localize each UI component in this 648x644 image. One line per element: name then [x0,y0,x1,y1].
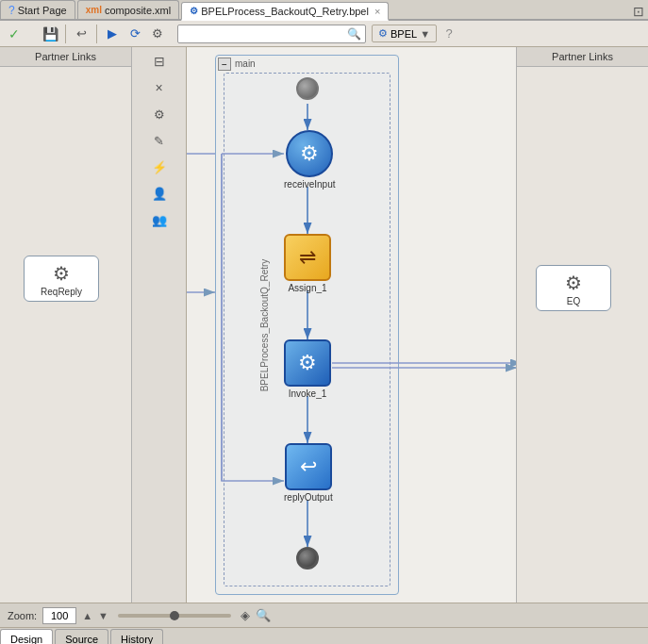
flow-canvas: BPELProcess_BackoutQ_Retry − main [187,47,516,603]
check-btn[interactable]: ✓ [4,24,25,44]
zoom-input[interactable] [42,607,76,624]
reply-output-icon: ↩ [285,443,332,490]
xml-icon: xml [86,5,102,15]
help-btn[interactable]: ? [439,24,459,44]
partner-links-left-label: Partner Links [0,47,131,67]
left-toolbar: ⊟ × ⚙ ✎ ⚡ 👤 👥 [132,47,187,603]
invoke-1-node[interactable]: ⚙ Invoke_1 [284,339,331,399]
receive-input-node[interactable]: ⚙ receiveInput [284,130,335,190]
collapse-process-btn[interactable]: − [218,58,231,71]
undo-btn[interactable]: ↩ [71,24,91,44]
receive-input-icon: ⚙ [286,130,333,177]
reply-output-node[interactable]: ↩ replyOutput [284,443,333,503]
start-node [296,77,319,100]
receive-input-label: receiveInput [284,179,335,190]
partner-box-eq[interactable]: ⚙ EQ [536,265,611,311]
settings-btn[interactable]: ⚙ [147,24,168,44]
invoke-1-icon: ⚙ [284,339,331,387]
zoom-up-icon[interactable]: ▲ [82,610,92,621]
reply-output-label: replyOutput [284,492,333,503]
tool-2[interactable]: ✎ [148,129,171,152]
zoom-thumb[interactable] [170,611,179,620]
assign-1-node[interactable]: ⇌ Assign_1 [284,234,331,293]
tab-composite-xml[interactable]: xml composite.xml [77,0,180,19]
partner-links-left: Partner Links ⚙ ReqReply [0,47,132,603]
run-btn[interactable]: ▶ [102,24,123,44]
zoom-slider[interactable] [118,614,231,618]
search-input[interactable] [182,28,347,40]
help-icon: ? [8,4,15,17]
close-tab-icon[interactable]: × [374,6,380,17]
bottom-tab-bar: Design Source History [0,627,648,644]
assign-1-label: Assign_1 [288,283,326,293]
reqreply-icon: ⚙ [53,262,70,285]
main-toolbar: ✓ 💾 ↩ ▶ ⟳ ⚙ 🔍 ⚙ BPEL ▼ ? [0,21,648,47]
eq-label: EQ [567,296,580,306]
search-icon: 🔍 [347,27,361,41]
tab-design[interactable]: Design [0,629,53,644]
tool-1[interactable]: ⚙ [148,103,171,125]
bpel-icon: ⚙ [378,27,388,40]
chevron-down-icon: ▼ [420,28,430,40]
assign-1-icon: ⇌ [284,234,331,281]
restore-icon[interactable]: ⊡ [633,4,644,19]
save-btn[interactable]: 💾 [40,24,60,44]
eq-icon: ⚙ [565,272,582,294]
zoom-down-icon[interactable]: ▼ [98,610,108,621]
main-area: Partner Links ⚙ ReqReply ⊟ × ⚙ ✎ ⚡ 👤 👥 B… [0,47,648,603]
tool-3[interactable]: ⚡ [148,156,171,178]
zoom-zoom-icon[interactable]: 🔍 [256,608,271,622]
sep-2 [96,25,97,43]
bpel-icon: ⚙ [190,6,198,16]
sep-1 [65,25,66,43]
end-circle [296,547,319,570]
tool-5[interactable]: 👥 [148,208,171,231]
start-circle [296,77,319,100]
zoom-label: Zoom: [8,610,37,621]
partner-links-right: Partner Links ⚙ EQ [516,47,648,603]
status-bar: Zoom: ▲ ▼ ◈ 🔍 [0,603,648,627]
partner-box-reqreply[interactable]: ⚙ ReqReply [24,256,99,302]
reqreply-label: ReqReply [41,287,82,297]
tab-history[interactable]: History [110,629,163,644]
tab-source[interactable]: Source [55,629,108,644]
process-name-label: BPELProcess_BackoutQ_Retry [259,258,270,391]
canvas-area: ⊟ × ⚙ ✎ ⚡ 👤 👥 BPELProcess_BackoutQ_Retry… [132,47,516,603]
collapse-btn[interactable]: ⊟ [148,50,171,73]
invoke-1-label: Invoke_1 [289,388,327,399]
scope-label: main [235,58,256,69]
tab-bar: ? Start Page xml composite.xml ⚙ BPELPro… [0,0,648,21]
close-btn[interactable]: × [148,76,171,99]
tab-start-page[interactable]: ? Start Page [0,0,75,19]
partner-links-right-label: Partner Links [517,47,648,67]
zoom-fit-icon[interactable]: ◈ [241,608,250,622]
bpel-dropdown[interactable]: ⚙ BPEL ▼ [372,25,437,42]
run2-btn[interactable]: ⟳ [125,24,145,44]
tool-4[interactable]: 👤 [148,182,171,205]
end-node [296,547,319,570]
tab-bpel-file[interactable]: ⚙ BPELProcess_BackoutQ_Retry.bpel × [181,2,389,21]
search-box[interactable]: 🔍 [177,25,366,43]
